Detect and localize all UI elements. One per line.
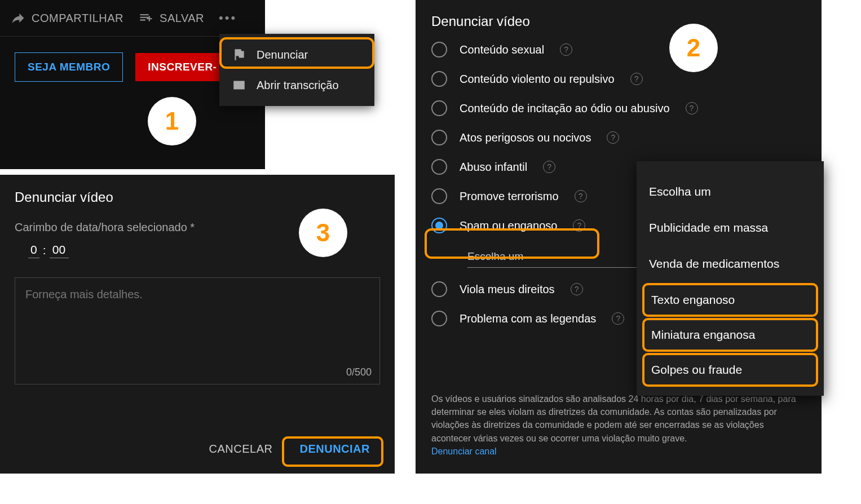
reason-label: Conteúdo de incitação ao ódio ou abusivo	[460, 102, 670, 115]
reason-label: Promove terrorismo	[460, 190, 559, 203]
spam-subreason-select[interactable]: Escolha um	[467, 250, 637, 268]
dropdown-item-misleading-thumb[interactable]: Miniatura enganosa	[642, 318, 818, 352]
radio-icon	[431, 281, 447, 297]
timestamp-min[interactable]: 0	[28, 242, 39, 258]
subscribe-button[interactable]: INSCREVER-	[135, 53, 229, 81]
panel-step-1: COMPARTILHAR SALVAR ••• SEJA MEMBRO INSC…	[0, 0, 395, 169]
timestamp-sec[interactable]: 00	[50, 242, 69, 258]
reason-label: Viola meus direitos	[460, 283, 555, 296]
dropdown-item-mass-ads[interactable]: Publicidade em massa	[637, 210, 824, 246]
menu-transcript-label: Abrir transcrição	[257, 79, 339, 92]
help-icon[interactable]: ?	[573, 219, 585, 232]
radio-icon	[431, 71, 447, 87]
reason-label: Conteúdo sexual	[460, 43, 544, 56]
help-icon[interactable]: ?	[612, 312, 624, 325]
step-badge-1: 1	[148, 97, 196, 145]
report-dialog-title: Denunciar vídeo	[15, 189, 380, 205]
panel-step-2: Denunciar vídeo Conteúdo sexual ? Conteú…	[416, 0, 822, 474]
reason-hate[interactable]: Conteúdo de incitação ao ódio ou abusivo…	[431, 100, 806, 116]
save-button[interactable]: SALVAR	[138, 10, 204, 26]
help-icon[interactable]: ?	[571, 283, 583, 295]
help-icon[interactable]: ?	[575, 190, 587, 202]
playlist-add-icon	[138, 10, 154, 26]
reason-label: Problema com as legendas	[460, 312, 596, 325]
dropdown-item-misleading-text[interactable]: Texto enganoso	[642, 283, 818, 317]
cancel-button[interactable]: CANCELAR	[209, 443, 273, 456]
report-channel-link[interactable]: Denunciar canal	[431, 446, 497, 456]
submit-report-button[interactable]: DENUNCIAR	[290, 436, 381, 462]
report-reasons-title: Denunciar vídeo	[431, 14, 806, 29]
radio-icon	[431, 100, 447, 116]
more-actions-menu: Denunciar Abrir transcrição	[219, 34, 374, 106]
help-icon[interactable]: ?	[630, 73, 643, 85]
reason-label: Conteúdo violento ou repulsivo	[460, 73, 615, 86]
save-label: SALVAR	[160, 12, 204, 25]
help-icon[interactable]: ?	[543, 161, 555, 173]
help-icon[interactable]: ?	[560, 43, 572, 56]
dropdown-item-pharma[interactable]: Venda de medicamentos	[637, 246, 824, 282]
more-actions-button[interactable]: •••	[219, 11, 237, 25]
char-count: 0/500	[346, 366, 372, 378]
dropdown-item-scam-fraud[interactable]: Golpes ou fraude	[642, 353, 818, 387]
radio-icon	[431, 188, 447, 204]
reason-label: Abuso infantil	[460, 161, 527, 174]
share-button[interactable]: COMPARTILHAR	[10, 10, 123, 26]
dialog-actions: CANCELAR DENUNCIAR	[209, 436, 380, 462]
menu-report-label: Denunciar	[257, 48, 308, 61]
details-placeholder: Forneça mais detalhes.	[25, 288, 143, 300]
radio-icon	[431, 42, 447, 58]
help-icon[interactable]: ?	[607, 131, 619, 144]
radio-icon	[431, 311, 447, 326]
reason-sexual[interactable]: Conteúdo sexual ?	[431, 42, 806, 58]
details-textarea[interactable]: Forneça mais detalhes. 0/500	[15, 277, 380, 384]
step-badge-3: 3	[299, 209, 347, 257]
radio-icon	[431, 159, 447, 175]
subreason-dropdown: Escolha um Publicidade em massa Venda de…	[637, 161, 824, 396]
report-disclaimer: Os vídeos e usuários sinalizados são ana…	[431, 392, 806, 458]
reason-violent[interactable]: Conteúdo violento ou repulsivo ?	[431, 71, 806, 87]
flag-icon	[232, 47, 246, 62]
join-member-button[interactable]: SEJA MEMBRO	[15, 52, 123, 82]
help-icon[interactable]: ?	[686, 102, 698, 114]
transcript-icon	[232, 78, 246, 92]
radio-icon-selected	[431, 218, 447, 233]
menu-item-report[interactable]: Denunciar	[219, 39, 374, 70]
radio-icon	[431, 130, 447, 145]
reason-label: Atos perigosos ou nocivos	[460, 131, 591, 144]
reason-dangerous[interactable]: Atos perigosos ou nocivos ?	[431, 130, 806, 145]
share-icon	[10, 10, 26, 26]
menu-item-transcript[interactable]: Abrir transcrição	[219, 70, 374, 100]
reason-label: Spam ou enganoso	[460, 219, 557, 232]
dropdown-header: Escolha um	[637, 174, 824, 210]
share-label: COMPARTILHAR	[32, 12, 123, 25]
step-badge-2: 2	[669, 24, 718, 72]
